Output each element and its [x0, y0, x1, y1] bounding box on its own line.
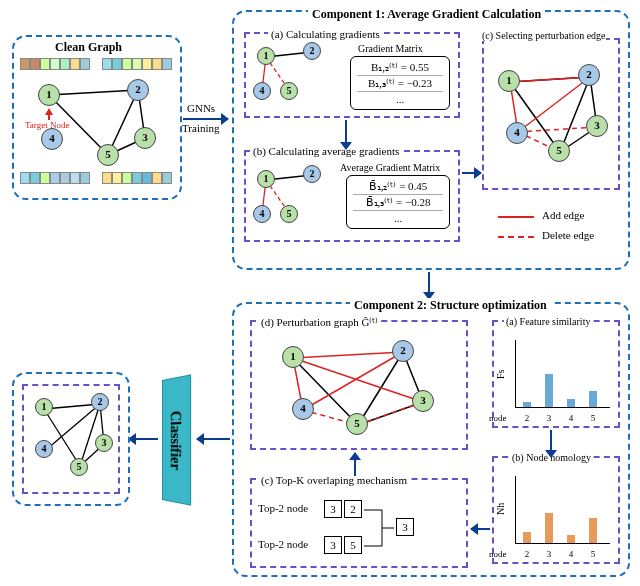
graph-node: 1: [257, 47, 275, 65]
arrow-c2-class: [202, 438, 230, 440]
gnn-label-bot: Training: [182, 122, 220, 134]
chart-tick: 3: [544, 549, 554, 559]
component2-title: Component 2: Structure optimization: [350, 298, 551, 313]
legend-add-label: Add edge: [542, 209, 584, 221]
graph-node: 1: [38, 84, 60, 106]
chart-bar: [545, 374, 553, 407]
graph-node: 3: [412, 390, 434, 412]
arrow-class-out: [134, 438, 158, 440]
chart-bar: [523, 402, 531, 408]
graph-node: 1: [257, 170, 275, 188]
chart-tick: 2: [522, 549, 532, 559]
graph-node: 4: [253, 82, 271, 100]
top2a-label: Top-2 node: [258, 502, 308, 514]
comp1-c-panel: [482, 38, 620, 190]
comp1-c-label: (c) Selecting perturbation edge: [482, 30, 606, 41]
arrow-c2-class-head: [196, 433, 204, 445]
chart-bar: [589, 518, 597, 543]
arrow-fs-nh: [550, 430, 552, 452]
chart-bar: [589, 391, 597, 408]
graph-node: 2: [303, 42, 321, 60]
chart-tick: 4: [566, 413, 576, 423]
legend-add-line: [498, 216, 534, 218]
graph-node: 5: [346, 413, 368, 435]
graph-node: 5: [548, 140, 570, 162]
feature-similarity-chart: Fs node 2345: [495, 335, 615, 423]
chart-tick: 3: [544, 413, 554, 423]
grad-row: B₁,₂⁽ᵗ⁾ = 0.55: [357, 60, 443, 76]
avg-grad-box: B̄₁,₂⁽ᵗ⁾ = 0.45 B̄₁,₃⁽ᵗ⁾ = −0.28 ...: [346, 175, 450, 229]
feature-bar: [20, 172, 90, 184]
graph-node: 3: [95, 434, 113, 452]
graph-node: 1: [282, 346, 304, 368]
chart-tick: 4: [566, 549, 576, 559]
graph-node: 2: [578, 64, 600, 86]
topk-cell: 3: [324, 536, 342, 554]
graph-node: 2: [127, 79, 149, 101]
chart-bar: [523, 532, 531, 543]
avg-grad-title: Average Gradient Matrix: [340, 162, 440, 173]
grad-row: ...: [353, 211, 443, 225]
node-homology-chart: Nh node 2345: [495, 471, 615, 559]
arrow-cd: [354, 458, 356, 476]
graph-node: 3: [134, 127, 156, 149]
graph-node: 5: [280, 82, 298, 100]
arrow-fs-nh-head: [545, 450, 557, 458]
topk-out: 3: [396, 518, 414, 536]
topk-a: 3 2: [324, 500, 362, 518]
graph-node: 2: [392, 340, 414, 362]
grad-matrix-box: B₁,₂⁽ᵗ⁾ = 0.55 B₁,₃⁽ᵗ⁾ = −0.23 ...: [350, 56, 450, 110]
graph-node: 5: [280, 205, 298, 223]
topk-b: 3 5: [324, 536, 362, 554]
graph-node: 1: [35, 398, 53, 416]
chart-tick: 2: [522, 413, 532, 423]
legend-del-label: Delete edge: [542, 229, 594, 241]
arrow-ab: [345, 120, 347, 144]
topk-cell: 3: [396, 518, 414, 536]
gnn-label-top: GNNs: [187, 102, 215, 114]
classifier-block: Classifier: [162, 374, 191, 505]
topk-cell: 5: [344, 536, 362, 554]
comp2-d-label: (d) Perturbation graph Ĝ⁽ᵗ⁾: [258, 316, 381, 329]
graph-node: 2: [303, 165, 321, 183]
arrow-ab-head: [340, 142, 352, 150]
comp2-a-label: (a) Feature similarity: [504, 316, 592, 327]
grad-row: B̄₁,₂⁽ᵗ⁾ = 0.45: [353, 179, 443, 195]
clean-graph-title: Clean Graph: [55, 40, 122, 55]
graph-node: 4: [506, 122, 528, 144]
graph-node: 4: [41, 128, 63, 150]
comp2-c-label: (c) Top-K overlaping mechanism: [258, 474, 410, 486]
chart-tick: 5: [588, 413, 598, 423]
graph-node: 5: [70, 458, 88, 476]
comp1-b-label: (b) Calculating average gradients: [250, 145, 402, 157]
arrow-fs-to-c-head: [470, 523, 478, 535]
arrow-cd-head: [349, 452, 361, 460]
grad-row: B̄₁,₃⁽ᵗ⁾ = −0.28: [353, 195, 443, 211]
comp2-c-panel: [250, 478, 468, 568]
feature-bar: [20, 58, 90, 70]
legend-del-line: [498, 236, 534, 238]
gnn-arrow-head: [221, 113, 229, 125]
feature-bar: [102, 58, 172, 70]
top2b-label: Top-2 node: [258, 538, 308, 550]
graph-node: 5: [97, 144, 119, 166]
grad-matrix-title: Gradient Matrix: [358, 43, 423, 54]
grad-row: B₁,₃⁽ᵗ⁾ = −0.23: [357, 76, 443, 92]
chart-tick: 5: [588, 549, 598, 559]
gnn-arrow-line: [183, 118, 223, 120]
ylabel: Nh: [495, 503, 506, 515]
topk-cell: 2: [344, 500, 362, 518]
chart-bar: [567, 535, 575, 543]
component1-title: Component 1: Average Gradient Calculatio…: [308, 7, 545, 22]
grad-row: ...: [357, 92, 443, 106]
chart-bar: [567, 399, 575, 407]
chart-bar: [545, 513, 553, 543]
graph-node: 2: [91, 393, 109, 411]
target-node-label: Target Node: [25, 120, 69, 130]
graph-node: 1: [498, 70, 520, 92]
graph-node: 4: [292, 398, 314, 420]
arrow-c1c2: [428, 272, 430, 294]
arrow-fs-to-c: [476, 528, 490, 530]
xlabel: node: [489, 549, 507, 559]
arrow-bc-head: [474, 167, 482, 179]
